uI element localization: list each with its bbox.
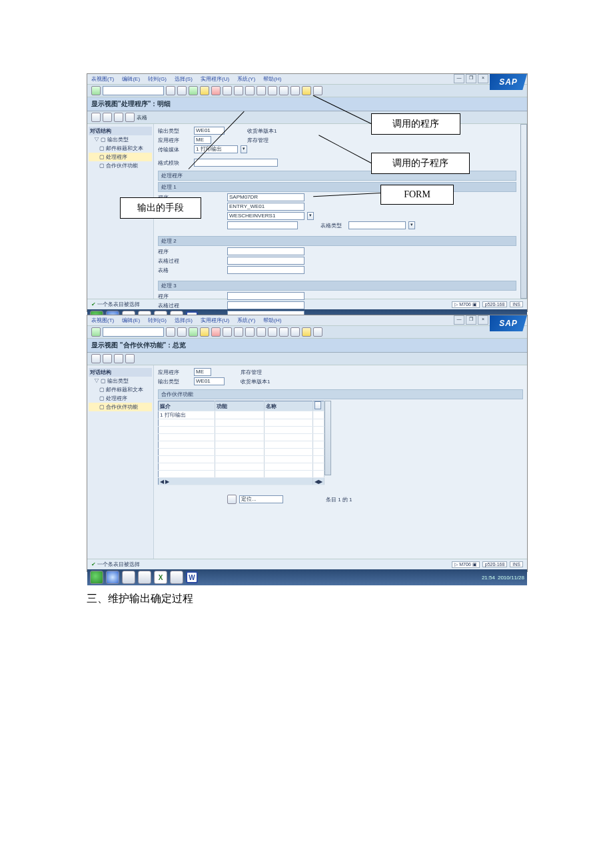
table-row[interactable] [159, 427, 324, 434]
format-module-field[interactable] [194, 159, 278, 167]
tree-output-type[interactable]: ▽ ▢ 输出类型 [89, 377, 152, 385]
vertical-scrollbar[interactable] [520, 124, 527, 299]
menu-goto[interactable]: 转到(G) [148, 76, 167, 82]
position-field[interactable]: 定位... [239, 495, 283, 503]
proc1-program-field[interactable]: SAPM07DR [227, 193, 305, 201]
select-all-icon[interactable] [103, 354, 112, 363]
menu-select[interactable]: 选择(S) [175, 76, 193, 82]
tree-mail-title[interactable]: ▢ 邮件标题和文本 [89, 144, 152, 153]
first-page-icon[interactable] [257, 86, 266, 95]
menu-select[interactable]: 选择(S) [175, 317, 193, 323]
table-row[interactable]: 1 打印输出 [159, 411, 324, 419]
medium-dropdown-icon[interactable]: ▾ [241, 145, 247, 153]
restore-icon[interactable]: ❐ [466, 74, 476, 83]
enter-icon[interactable] [91, 327, 101, 337]
copy-icon[interactable] [114, 113, 123, 122]
find-next-icon[interactable] [245, 86, 255, 95]
output-type-field[interactable]: WE01 [194, 377, 225, 385]
table-row[interactable] [159, 463, 324, 471]
save-icon[interactable] [166, 86, 175, 95]
explorer-icon[interactable] [122, 571, 135, 584]
menu-utilities[interactable]: 实用程序(U) [201, 76, 229, 82]
print-icon[interactable] [223, 327, 232, 337]
command-field[interactable] [103, 86, 164, 95]
menu-system[interactable]: 系统(Y) [237, 317, 255, 323]
excel-icon[interactable]: X [154, 571, 167, 584]
find-icon[interactable] [234, 327, 243, 337]
find-next-icon[interactable] [245, 327, 255, 337]
last-page-icon[interactable] [291, 86, 300, 95]
app-icon[interactable] [138, 571, 151, 584]
table-row[interactable] [159, 419, 324, 427]
application-field[interactable]: ME [194, 368, 211, 376]
prev-page-icon[interactable] [268, 86, 277, 95]
minimize-icon[interactable]: — [454, 315, 464, 325]
form-type-field[interactable] [348, 221, 406, 229]
proc3-routine-field[interactable] [227, 301, 305, 309]
command-field[interactable] [103, 327, 164, 337]
menu-table-view[interactable]: 表视图(T) [91, 317, 114, 323]
table-row-hscroll[interactable]: ◀ ▶◀▶ [159, 478, 324, 485]
new-session-icon[interactable] [302, 86, 311, 95]
proc2-form-field[interactable] [227, 266, 305, 274]
tree-processing-program[interactable]: ▢ 处理程序 [89, 394, 152, 403]
close-icon[interactable]: × [478, 74, 488, 83]
layout-icon[interactable] [313, 327, 322, 337]
application-field[interactable]: ME [194, 136, 211, 144]
menu-help[interactable]: 帮助(H) [263, 317, 281, 323]
first-page-icon[interactable] [257, 327, 266, 337]
close-icon[interactable]: × [478, 315, 488, 325]
cancel-icon[interactable] [200, 327, 209, 337]
menu-edit[interactable]: 编辑(E) [122, 76, 140, 82]
prev-page-icon[interactable] [268, 327, 277, 337]
table-row[interactable] [159, 471, 324, 478]
col-medium[interactable]: 媒介 [159, 401, 215, 411]
menu-table-view[interactable]: 表视图(T) [91, 76, 114, 82]
tree-mail-title[interactable]: ▢ 邮件标题和文本 [89, 385, 152, 394]
proc1-form-field[interactable]: WESCHEINVERS1 [227, 212, 305, 220]
tree-partner-function[interactable]: ▢ 合作伙伴功能 [89, 403, 152, 411]
table-vertical-scrollbar[interactable] [324, 401, 331, 475]
tree-output-type[interactable]: ▽ ▢ 输出类型 [89, 135, 152, 144]
find-icon[interactable] [234, 86, 243, 95]
cancel-icon[interactable] [200, 86, 209, 95]
table-row[interactable] [159, 434, 324, 441]
word-icon[interactable]: W [186, 571, 198, 583]
ie-icon[interactable] [106, 571, 119, 584]
tree-processing-program[interactable]: ▢ 处理程序 [89, 153, 152, 161]
menu-edit[interactable]: 编辑(E) [122, 317, 140, 323]
minimize-icon[interactable]: — [454, 74, 464, 83]
proc3-program-field[interactable] [227, 292, 305, 300]
proc2-program-field[interactable] [227, 247, 305, 255]
exit-icon[interactable] [189, 327, 198, 337]
sap-task-icon[interactable] [170, 571, 183, 584]
other-entry-icon[interactable] [103, 113, 112, 122]
tree-partner-function[interactable]: ▢ 合作伙伴功能 [89, 161, 152, 170]
back-icon[interactable] [177, 86, 187, 95]
start-button-icon[interactable] [90, 571, 103, 584]
table-row[interactable] [159, 456, 324, 463]
proc2-routine-field[interactable] [227, 257, 305, 265]
layout-icon[interactable] [313, 86, 322, 95]
enter-icon[interactable] [91, 86, 101, 95]
proc1-routine-field[interactable]: ENTRY_WE01 [227, 203, 305, 211]
next-page-icon[interactable] [279, 327, 289, 337]
col-function[interactable]: 功能 [215, 401, 265, 411]
next-page-icon[interactable] [279, 86, 289, 95]
print-icon[interactable] [223, 86, 232, 95]
menu-system[interactable]: 系统(Y) [237, 76, 255, 82]
table-row[interactable] [159, 441, 324, 449]
form-type-empty-field[interactable] [227, 221, 298, 229]
menu-utilities[interactable]: 实用程序(U) [201, 317, 229, 323]
stop-icon[interactable] [211, 327, 221, 337]
stop-icon[interactable] [211, 86, 221, 95]
output-type-field[interactable]: WE01 [194, 127, 225, 135]
col-name[interactable]: 名称 [264, 401, 313, 411]
back-icon[interactable] [177, 327, 187, 337]
restore-icon[interactable]: ❐ [466, 315, 476, 325]
menu-help[interactable]: 帮助(H) [263, 76, 281, 82]
exit-icon[interactable] [189, 86, 198, 95]
transmission-medium-field[interactable]: 1 打印输出 [194, 145, 238, 153]
position-icon[interactable] [227, 495, 237, 504]
select-all-icon[interactable] [125, 113, 135, 122]
